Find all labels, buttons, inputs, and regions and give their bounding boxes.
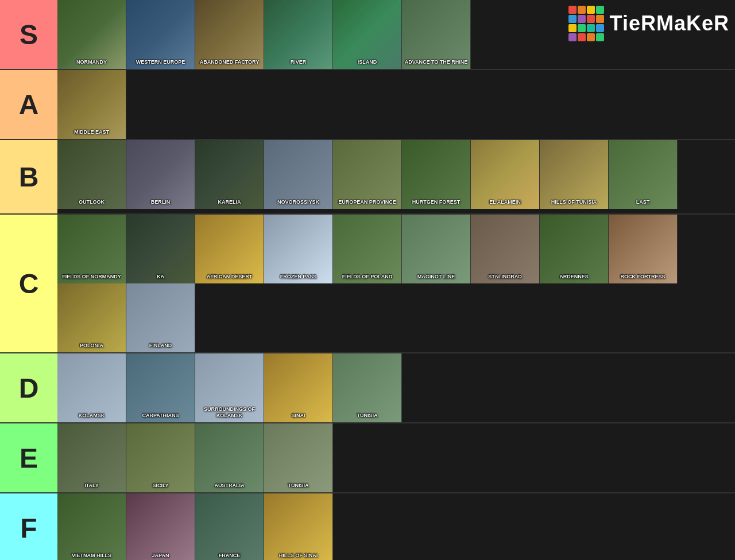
logo-cell: [578, 6, 586, 14]
list-item[interactable]: FROZEN PASS: [264, 215, 333, 283]
list-item[interactable]: ABANDONED FACTORY: [195, 0, 264, 69]
item-label: EUROPEAN PROVINCE: [333, 198, 401, 207]
list-item[interactable]: EL ALAMEIN: [471, 140, 540, 209]
item-label: LAST: [609, 198, 677, 207]
list-item[interactable]: FIELDS OF POLAND: [333, 215, 402, 283]
tier-row-a: A MIDDLE EAST: [0, 70, 735, 140]
list-item[interactable]: MIDDLE EAST: [57, 70, 126, 139]
list-item[interactable]: LAST: [609, 140, 678, 209]
item-label: FIELDS OF POLAND: [333, 273, 401, 281]
tier-label-d: D: [0, 353, 57, 422]
item-label: HURTGEN FOREST: [402, 198, 470, 207]
list-item[interactable]: AFRICAN DESERT: [195, 215, 264, 283]
item-label: MAGINOT LINE: [402, 273, 470, 281]
list-item[interactable]: MAGINOT LINE: [402, 215, 471, 283]
list-item[interactable]: CARPATHIANS: [126, 353, 195, 422]
item-label: NOVOROSSIYSK: [264, 198, 332, 207]
item-label: ARDENNES: [540, 273, 608, 281]
logo-text: TieRMaKeR: [610, 11, 729, 36]
tier-row-c: C FIELDS OF NORMANDY KA AFRICAN DESERT F…: [0, 215, 735, 353]
item-label: AUSTRALIA: [195, 481, 264, 490]
list-item[interactable]: ARDENNES: [540, 215, 609, 283]
item-label: KOLAMSK: [57, 411, 126, 420]
item-label: VIETNAM HILLS: [57, 551, 126, 560]
logo-cell: [587, 24, 595, 32]
list-item[interactable]: HILLS OF SINAI: [264, 493, 333, 560]
list-item[interactable]: KOLAMSK: [57, 353, 126, 422]
item-label: POLONIA: [57, 341, 126, 350]
item-label: ISLAND: [333, 58, 401, 67]
list-item[interactable]: SICILY: [126, 423, 195, 492]
logo-cell: [596, 33, 604, 41]
list-item[interactable]: BERLIN: [126, 140, 195, 209]
logo-cell: [568, 24, 577, 32]
item-label: SICILY: [126, 481, 195, 490]
item-label: OUTLOOK: [57, 198, 126, 207]
tier-label-b: B: [0, 140, 57, 213]
logo-cell: [568, 15, 577, 23]
list-item[interactable]: TUNISIA: [264, 423, 333, 492]
list-item[interactable]: ITALY: [57, 423, 126, 492]
item-label: JAPAN: [126, 551, 195, 560]
list-item[interactable]: WESTERN EUROPE: [126, 0, 195, 69]
list-item[interactable]: KARELIA: [195, 140, 264, 209]
list-item[interactable]: STALINGRAD: [471, 215, 540, 283]
tier-items-d: KOLAMSK CARPATHIANS SURROUNDINGS OF KOLA…: [57, 353, 735, 422]
logo-cell: [587, 33, 595, 41]
item-label: HILLS OF TUNISIA: [540, 198, 608, 207]
item-label: FRANCE: [195, 551, 264, 560]
item-label: SURROUNDINGS OF KOLAMSK: [195, 405, 264, 420]
list-item[interactable]: HILLS OF TUNISIA: [540, 140, 609, 209]
list-item[interactable]: POLONIA: [57, 283, 126, 352]
logo-cell: [587, 6, 595, 14]
tier-row-f: F VIETNAM HILLS JAPAN FRANCE HILLS OF SI…: [0, 493, 735, 560]
item-label: TUNISIA: [333, 411, 401, 420]
list-item[interactable]: HURTGEN FOREST: [402, 140, 471, 209]
list-item[interactable]: NORMANDY: [57, 0, 126, 69]
list-item[interactable]: NOVOROSSIYSK: [264, 140, 333, 209]
item-label: ROCK FORTRESS: [609, 273, 677, 281]
map-image: [195, 493, 264, 560]
logo-grid: [568, 6, 604, 41]
item-label: WESTERN EUROPE: [126, 58, 195, 67]
list-item[interactable]: VIETNAM HILLS: [57, 493, 126, 560]
item-label: FIELDS OF NORMANDY: [57, 273, 126, 281]
list-item[interactable]: FIELDS OF NORMANDY: [57, 215, 126, 283]
list-item[interactable]: EUROPEAN PROVINCE: [333, 140, 402, 209]
item-label: ABANDONED FACTORY: [195, 58, 264, 67]
tier-label-s: S: [0, 0, 57, 69]
list-item[interactable]: ADVANCE TO THE RHINE: [402, 0, 471, 69]
item-label: HILLS OF SINAI: [264, 551, 332, 560]
list-item[interactable]: FRANCE: [195, 493, 264, 560]
logo-cell: [596, 24, 604, 32]
list-item[interactable]: FINLAND: [126, 283, 195, 352]
item-label: AFRICAN DESERT: [195, 273, 264, 281]
tier-row-b: B OUTLOOK BERLIN KARELIA NOVOROSSIYSK EU…: [0, 140, 735, 215]
tier-items-a: MIDDLE EAST: [57, 70, 735, 139]
logo-cell: [596, 15, 604, 23]
list-item[interactable]: JAPAN: [126, 493, 195, 560]
list-item[interactable]: ROCK FORTRESS: [609, 215, 678, 283]
list-item[interactable]: SURROUNDINGS OF KOLAMSK: [195, 353, 264, 422]
item-label: ADVANCE TO THE RHINE: [402, 58, 470, 67]
list-item[interactable]: SINAI: [264, 353, 333, 422]
list-item[interactable]: TUNISIA: [333, 353, 402, 422]
logo-cell: [568, 6, 577, 14]
list-item[interactable]: OUTLOOK: [57, 140, 126, 209]
list-item[interactable]: KA: [126, 215, 195, 283]
item-label: KA: [126, 273, 195, 281]
logo-cell: [578, 15, 586, 23]
item-label: SINAI: [264, 411, 332, 420]
tier-label-f: F: [0, 493, 57, 560]
item-label: BERLIN: [126, 198, 195, 207]
item-label: ITALY: [57, 481, 126, 490]
list-item[interactable]: AUSTRALIA: [195, 423, 264, 492]
list-item[interactable]: ISLAND: [333, 0, 402, 69]
list-item[interactable]: RIVER: [264, 0, 333, 69]
logo-cell: [596, 6, 604, 14]
item-label: RIVER: [264, 58, 332, 67]
map-image: [126, 493, 195, 560]
tier-row-e: E ITALY SICILY AUSTRALIA TUNISIA: [0, 423, 735, 493]
logo-cell: [587, 15, 595, 23]
item-label: TUNISIA: [264, 481, 332, 490]
